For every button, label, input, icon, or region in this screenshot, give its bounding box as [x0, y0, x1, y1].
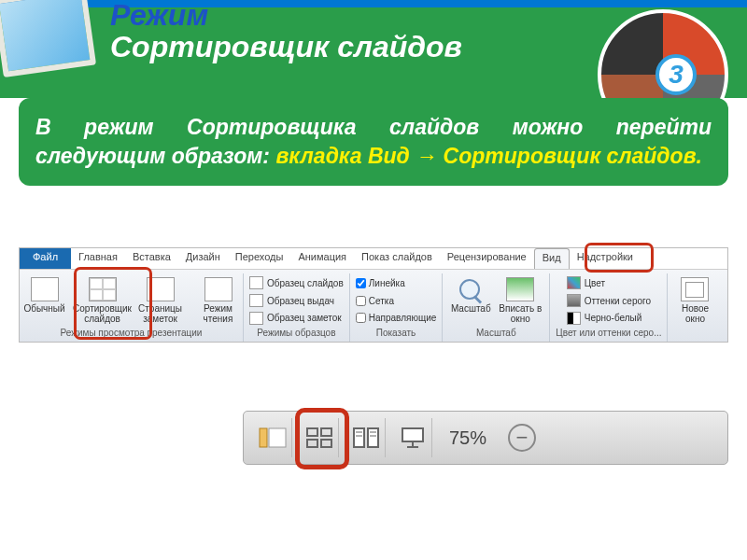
ribbon: Файл Главная Вставка Дизайн Переходы Ани…: [19, 247, 728, 343]
btn-grayscale[interactable]: Оттенки серого: [567, 293, 651, 309]
group-zoom: Масштаб Вписать в окно Масштаб: [443, 273, 550, 342]
svg-rect-1: [269, 428, 286, 447]
group-show: Линейка Сетка Направляющие Показать: [350, 273, 444, 342]
svg-rect-12: [402, 428, 423, 441]
svg-rect-0: [260, 428, 267, 447]
minus-icon: −: [516, 426, 529, 450]
slide-master-icon: [249, 276, 263, 289]
chk-guides[interactable]: Направляющие: [356, 310, 437, 326]
bw-icon: [567, 312, 581, 325]
btn-slide-master[interactable]: Образец слайдов: [249, 275, 344, 291]
btn-new-window[interactable]: Новое окно: [673, 275, 716, 326]
svg-rect-9: [368, 428, 378, 447]
btn-normal-view[interactable]: Обычный: [18, 275, 72, 315]
label-zoom: Масштаб: [451, 303, 491, 314]
tab-animation[interactable]: Анимация: [290, 248, 354, 269]
slideshow-icon: [399, 427, 427, 449]
statusbar-sorter-view[interactable]: [300, 418, 339, 457]
label-fit: Вписать в окно: [499, 303, 542, 324]
notes-master-icon: [249, 312, 263, 325]
svg-rect-3: [321, 428, 331, 436]
tab-home[interactable]: Главная: [71, 248, 125, 269]
group-label-views: Режимы просмотра презентации: [25, 326, 237, 340]
btn-black-white[interactable]: Черно-белый: [567, 310, 651, 326]
label-reading: Режим чтения: [193, 303, 244, 324]
badge-number: 3: [655, 54, 697, 95]
grayscale-icon: [567, 294, 581, 307]
tab-view[interactable]: Вид: [534, 248, 570, 269]
zoom-percent[interactable]: 75%: [449, 427, 486, 449]
title-line2: Сортировщик слайдов: [110, 32, 462, 63]
label-normal: Обычный: [23, 303, 64, 314]
svg-rect-5: [321, 440, 331, 447]
label-notes: Страницы заметок: [135, 303, 186, 324]
chk-gridlines[interactable]: Сетка: [356, 293, 437, 309]
normal-view-icon: [31, 277, 59, 301]
btn-zoom[interactable]: Масштаб: [448, 275, 493, 315]
btn-slide-sorter[interactable]: Сортировщик слайдов: [76, 275, 130, 326]
label-sorter: Сортировщик слайдов: [73, 303, 132, 324]
group-label-zoom: Масштаб: [448, 326, 543, 340]
status-view-bar: 75% −: [243, 411, 728, 465]
title-line1: Режим: [110, 0, 462, 32]
fit-window-icon: [506, 277, 534, 301]
btn-notes-page[interactable]: Страницы заметок: [134, 275, 188, 326]
svg-rect-6: [354, 428, 364, 447]
chk-ruler[interactable]: Линейка: [356, 275, 437, 291]
normal-view-icon: [259, 427, 287, 449]
btn-handout-master[interactable]: Образец выдач: [249, 293, 344, 309]
monitor-graphic: [0, 0, 120, 110]
statusbar-slideshow[interactable]: [393, 418, 432, 457]
tab-design[interactable]: Дизайн: [178, 248, 228, 269]
tab-addins[interactable]: Надстройки: [570, 248, 641, 269]
group-label-masters: Режимы образцов: [249, 326, 344, 340]
slide-sorter-icon: [89, 277, 117, 301]
btn-reading-view[interactable]: Режим чтения: [191, 275, 246, 326]
statusbar-normal-view[interactable]: [253, 418, 292, 457]
color-icon: [567, 276, 581, 289]
group-label-color: Цвет или оттенки серо...: [556, 326, 661, 340]
tab-insert[interactable]: Вставка: [125, 248, 178, 269]
group-master-views: Образец слайдов Образец выдач Образец за…: [244, 273, 350, 342]
label-new-window: Новое окно: [675, 303, 714, 324]
slide-title: Режим Сортировщик слайдов: [110, 0, 462, 63]
group-window: Новое окно: [668, 273, 722, 342]
group-color: Цвет Оттенки серого Черно-белый Цвет или…: [550, 273, 668, 342]
tab-strip: Файл Главная Вставка Дизайн Переходы Ани…: [20, 248, 727, 269]
notes-page-icon: [147, 277, 175, 301]
btn-color[interactable]: Цвет: [567, 275, 651, 291]
reading-view-icon: [352, 427, 380, 449]
group-presentation-views: Обычный Сортировщик слайдов Страницы зам…: [20, 273, 244, 342]
zoom-icon: [458, 277, 484, 303]
ribbon-body: Обычный Сортировщик слайдов Страницы зам…: [20, 269, 727, 342]
tab-transitions[interactable]: Переходы: [228, 248, 291, 269]
tab-file[interactable]: Файл: [20, 248, 71, 269]
reading-view-icon: [204, 277, 233, 301]
new-window-icon: [681, 277, 709, 301]
btn-fit-window[interactable]: Вписать в окно: [497, 275, 543, 326]
svg-rect-2: [307, 428, 317, 436]
statusbar-reading-view[interactable]: [346, 418, 386, 457]
handout-master-icon: [249, 294, 263, 307]
btn-notes-master[interactable]: Образец заметок: [249, 310, 344, 326]
svg-rect-4: [307, 440, 317, 447]
sorter-view-icon: [305, 427, 333, 449]
info-highlight: вкладка Вид → Сортировщик слайдов.: [275, 144, 702, 168]
info-callout: В режим Сортировщика слайдов можно перей…: [19, 98, 728, 186]
zoom-out-button[interactable]: −: [508, 424, 536, 452]
tab-slideshow[interactable]: Показ слайдов: [354, 248, 440, 269]
group-label-show: Показать: [356, 326, 437, 340]
tab-review[interactable]: Рецензирование: [440, 248, 534, 269]
